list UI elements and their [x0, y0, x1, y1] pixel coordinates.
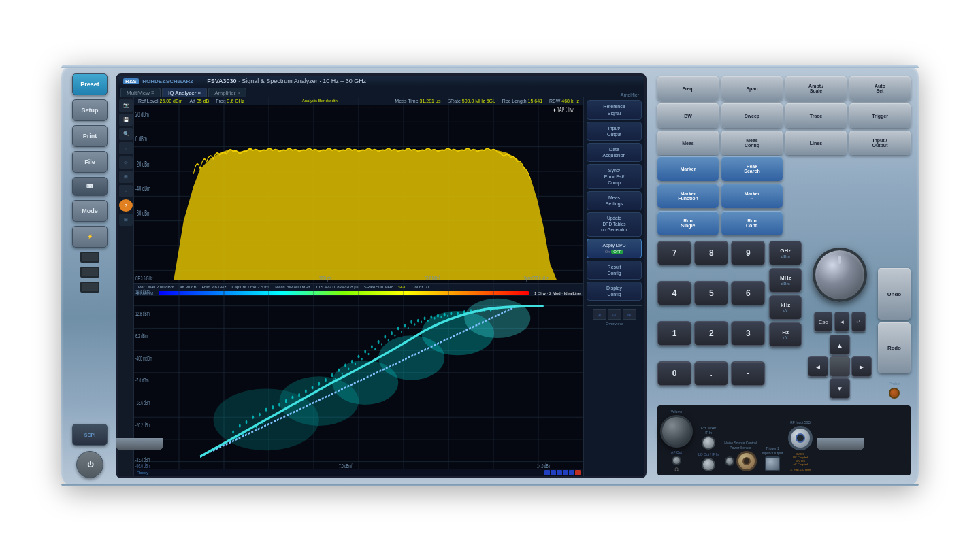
esc-key[interactable]: Esc	[814, 312, 832, 332]
auto-set-button[interactable]: AutoSet	[849, 76, 911, 101]
svg-point-82	[437, 314, 439, 317]
sidebar-icon-grid[interactable]: ⊞	[119, 171, 133, 183]
sidebar-icon-cursor[interactable]: ↕	[119, 142, 133, 154]
keyboard-button[interactable]: ⌨	[72, 177, 108, 196]
unit-ghz[interactable]: GHz dBm	[769, 241, 802, 265]
meas-config-button[interactable]: MeasConfig	[721, 131, 783, 155]
key-0[interactable]: 0	[657, 361, 691, 386]
usb-port-1[interactable]	[80, 252, 99, 263]
key-dot[interactable]: .	[694, 361, 728, 386]
print-button[interactable]: Print	[72, 125, 108, 147]
undo-redo-section: Undo Redo Probe	[878, 268, 911, 399]
svg-point-61	[298, 393, 300, 397]
sidebar-icon-windows[interactable]: ⊞	[119, 214, 133, 226]
svg-point-117	[401, 331, 402, 333]
file-button[interactable]: File	[72, 151, 108, 173]
power-button[interactable]: ⏻	[76, 451, 103, 478]
svg-text:1001 pts: 1001 pts	[319, 275, 332, 282]
sidebar-icon-zoom[interactable]: 🔍	[119, 128, 133, 140]
nav-down[interactable]: ▼	[830, 378, 850, 399]
sweep-button[interactable]: Sweep	[721, 103, 783, 128]
svg-point-124	[447, 314, 448, 317]
key-5[interactable]: 5	[694, 281, 728, 305]
span-button[interactable]: Span	[721, 76, 783, 101]
af-out-connector[interactable]	[672, 456, 681, 465]
svg-text:7.0 dBm/: 7.0 dBm/	[339, 462, 353, 469]
probe-connector[interactable]	[889, 388, 900, 399]
unit-hz[interactable]: Hz nV	[769, 322, 802, 347]
trigger-port[interactable]	[765, 456, 780, 471]
volume-label: Volume	[671, 410, 683, 414]
tab-amplifier[interactable]: Amplifier ×	[208, 88, 246, 97]
meas-button[interactable]: Meas	[657, 131, 719, 155]
marker-function-button[interactable]: MarkerFunction	[657, 184, 719, 208]
sidebar-icon-save[interactable]: 💾	[119, 114, 133, 126]
usb-port-2[interactable]	[80, 267, 99, 278]
panel-btn-data-acquisition[interactable]: DataAcquisition	[587, 143, 642, 162]
redo-button[interactable]: Redo	[878, 322, 911, 374]
panel-btn-meas-settings[interactable]: MeasSettings	[587, 191, 642, 210]
mode-button[interactable]: Mode	[72, 200, 108, 222]
sidebar-icon-help[interactable]: ?	[119, 199, 133, 212]
setup-button[interactable]: Setup	[72, 99, 108, 121]
sidebar-icon-marker[interactable]: ⊹	[119, 156, 133, 169]
nav-left[interactable]: ◄	[808, 356, 828, 377]
key-3[interactable]: 3	[731, 321, 765, 346]
nav-center[interactable]	[830, 356, 850, 377]
backspace-key[interactable]: ◄	[834, 312, 849, 332]
func-buttons-top: Freq. Span Ampt./Scale AutoSet BW Sweep …	[657, 76, 911, 155]
svg-point-54	[252, 415, 254, 418]
key-7[interactable]: 7	[657, 241, 691, 265]
undo-button[interactable]: Undo	[878, 268, 911, 320]
model-label: FSVA3030 · Signal & Spectrum Analyzer · …	[207, 78, 366, 84]
nav-right[interactable]: ►	[851, 356, 872, 377]
freq-button[interactable]: Freq.	[657, 76, 719, 101]
run-cont-button[interactable]: RunCont.	[721, 211, 783, 235]
key-2[interactable]: 2	[694, 321, 728, 346]
enter-key[interactable]: ↵	[851, 312, 866, 332]
screen-sidebar: 📷 💾 🔍 ↕ ⊹ ⊞ ⌕ ? ⊞	[118, 97, 134, 476]
panel-btn-apply-dpd[interactable]: Apply DPD On OFF	[587, 239, 642, 258]
key-6[interactable]: 6	[731, 281, 765, 305]
usb-port-3[interactable]	[80, 282, 99, 293]
panel-btn-update-dpd[interactable]: UpdateDPD Tableson Generator	[587, 212, 642, 236]
trace-button[interactable]: Trace	[785, 103, 847, 128]
nav-up[interactable]: ▲	[830, 335, 850, 355]
panel-btn-sync-error[interactable]: Sync/Error Est/Comp	[587, 164, 642, 189]
panel-btn-display-config[interactable]: DisplayConfig	[587, 282, 642, 301]
tab-multiview[interactable]: MultiView ≡	[120, 88, 161, 97]
noise-source-port-1[interactable]	[725, 456, 734, 466]
overview-icon-2[interactable]: ⊟	[608, 309, 621, 320]
run-single-button[interactable]: RunSingle	[657, 211, 719, 235]
unit-mhz[interactable]: MHz dBm	[769, 268, 802, 293]
lo-out-port[interactable]	[702, 458, 715, 471]
svg-point-108	[342, 373, 343, 375]
panel-btn-input-output[interactable]: Input/Output	[587, 122, 642, 141]
lines-button[interactable]: Lines	[785, 131, 847, 155]
unit-khz[interactable]: kHz μV	[769, 295, 802, 320]
overview-icon-3[interactable]: ⊠	[623, 309, 636, 320]
overview-icon-1[interactable]: ⊞	[593, 309, 606, 320]
noise-source-port-2[interactable]	[736, 451, 757, 471]
ampt-scale-button[interactable]: Ampt./Scale	[785, 76, 847, 101]
panel-btn-reference-signal[interactable]: ReferenceSignal	[587, 100, 642, 119]
key-9[interactable]: 9	[731, 241, 765, 265]
key-4[interactable]: 4	[657, 281, 691, 305]
marker-button[interactable]: Marker	[657, 156, 719, 181]
panel-btn-result-config[interactable]: ResultConfig	[587, 261, 642, 280]
marker-arrow-button[interactable]: Marker→	[721, 184, 783, 208]
sidebar-icon-camera[interactable]: 📷	[119, 99, 133, 112]
input-output-button[interactable]: Input /Output	[849, 131, 911, 155]
peak-search-button[interactable]: PeakSearch	[721, 156, 783, 181]
tab-iq-analyzer[interactable]: IQ Analyzer ×	[162, 88, 207, 97]
key-8[interactable]: 8	[694, 241, 728, 265]
bw-button[interactable]: BW	[657, 103, 719, 128]
key-minus[interactable]: -	[731, 361, 765, 386]
key-1[interactable]: 1	[657, 321, 691, 346]
sidebar-icon-search[interactable]: ⌕	[119, 185, 133, 197]
svg-text:-13.6 dBm: -13.6 dBm	[135, 399, 150, 406]
rotary-knob[interactable]	[813, 248, 867, 302]
preset-button[interactable]: Preset	[72, 73, 108, 95]
svg-point-62	[305, 389, 307, 393]
trigger-button[interactable]: Trigger	[849, 103, 911, 128]
